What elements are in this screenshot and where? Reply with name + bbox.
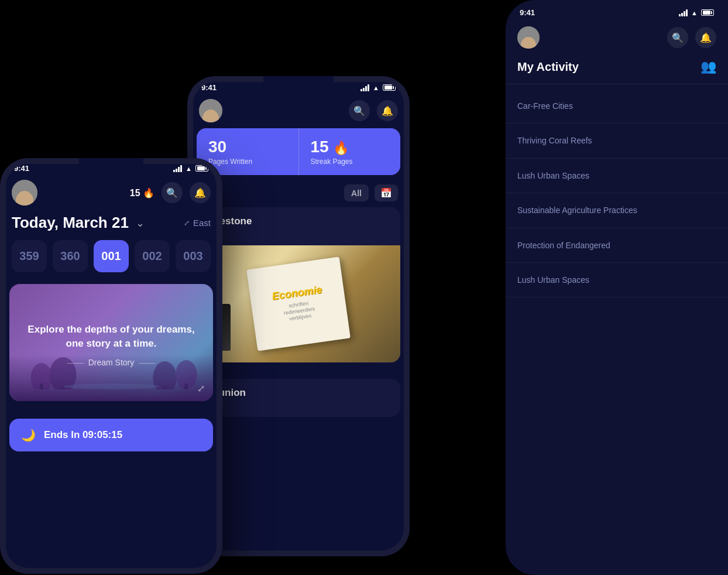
phone1-dream-banner[interactable]: Explore the depths of your dreams, one s… (9, 284, 213, 401)
phone3-time: 9:41 (520, 8, 535, 17)
phone2-streak: 15 🔥 Streak Pages (299, 128, 401, 175)
streak-count: 15 🔥 (311, 138, 389, 156)
phone1-pages-row: 359 360 001 002 003 (0, 240, 222, 284)
phone2-header: 🔍 🔔 (187, 94, 410, 128)
pages-written-label: Pages Written (208, 158, 287, 166)
svg-point-8 (63, 384, 160, 389)
wifi-icon: ▲ (691, 9, 698, 16)
streak-label: Streak Pages (311, 158, 389, 166)
phone1: 9:41 ▲ 15 🔥 🔍 🔔 Today, March (0, 158, 222, 574)
notification-icon[interactable]: 🔔 (695, 27, 716, 48)
page-num-001[interactable]: 001 (94, 240, 129, 272)
svg-point-2 (153, 361, 176, 389)
calendar-icon[interactable]: 📅 (375, 184, 398, 201)
timer-text: Ends In 09:05:15 (44, 429, 122, 441)
phone2-time: 9:41 (201, 83, 217, 92)
phone1-timer-card: 🌙 Ends In 09:05:15 (9, 419, 213, 451)
battery-icon (195, 165, 208, 172)
list-item-text: Sustainable Agriculture Practices (517, 206, 637, 215)
phone3-avatar (517, 26, 540, 49)
phone3: 9:41 ▲ 🔍 🔔 My Activity 👥 (506, 0, 728, 575)
list-item-text: Lush Urban Spaces (517, 171, 589, 180)
reunion-title: Reunion (206, 387, 391, 399)
phone1-header: 15 🔥 🔍 🔔 (0, 175, 222, 209)
phone3-nav-title: My Activity (517, 60, 579, 74)
phone2-reunion-card[interactable]: Reunion 2024 (197, 379, 400, 417)
signal-bars-icon (173, 165, 182, 172)
phone1-avatar (12, 180, 37, 206)
phone3-statusbar: 9:41 ▲ (506, 0, 728, 22)
notebook-text: Economie (271, 284, 322, 303)
fire-icon: 🔥 (333, 141, 349, 155)
phone1-date-left: Today, March 21 ⌄ (12, 214, 145, 232)
phone2-stats-card: 30 Pages Written 15 🔥 Streak Pages (197, 128, 400, 175)
search-icon[interactable]: 🔍 (667, 27, 688, 48)
signal-bars-icon (679, 9, 688, 16)
phone2-milestone-card[interactable]: Milestone 2024 Economie schriftenredenee… (197, 207, 400, 362)
list-item[interactable]: Lush Urban Spaces (506, 263, 728, 297)
phone1-date-row: Today, March 21 ⌄ ⤢ East (0, 209, 222, 240)
page-num-359[interactable]: 359 (12, 240, 47, 272)
chevron-down-icon[interactable]: ⌄ (136, 217, 145, 230)
reunion-subtitle: 2024 (206, 400, 391, 409)
phone1-location: ⤢ East (184, 218, 211, 228)
battery-icon (701, 9, 714, 16)
phone3-header-icons: 🔍 🔔 (667, 27, 716, 48)
phone1-notch (79, 158, 143, 176)
battery-icon (383, 84, 396, 91)
notification-icon[interactable]: 🔔 (377, 100, 398, 121)
phone3-header: 🔍 🔔 (506, 22, 728, 56)
location-text: East (193, 218, 211, 228)
streak-badge: 15 🔥 (130, 187, 154, 198)
list-item-text: Protection of Endangered (517, 241, 610, 250)
page-num-002[interactable]: 002 (135, 240, 170, 272)
page-num-360[interactable]: 360 (53, 240, 88, 272)
phone1-status-icons: ▲ (173, 165, 208, 172)
list-item-text: Thriving Coral Reefs (517, 136, 592, 145)
phone2-notch (263, 76, 334, 95)
list-item[interactable]: Car-Free Cities (506, 89, 728, 124)
phone2-avatar (199, 99, 222, 122)
signal-bars-icon (360, 84, 369, 91)
phone3-nav: My Activity 👥 (506, 56, 728, 84)
phone2-header-icons: 🔍 🔔 (349, 100, 398, 121)
phone3-list: Car-Free Cities Thriving Coral Reefs Lus… (506, 84, 728, 302)
list-item[interactable]: Thriving Coral Reefs (506, 124, 728, 158)
notebook-visual: Economie schriftenredeneerdersverblijven (246, 257, 351, 351)
phone1-date-text: Today, March 21 (12, 214, 129, 232)
banner-label: Dream Story (67, 358, 156, 367)
banner-text: Explore the depths of your dreams, one s… (23, 323, 199, 351)
banner-trees-svg (9, 348, 213, 389)
notification-icon[interactable]: 🔔 (190, 182, 211, 203)
expand-icon: ⤢ (184, 219, 190, 227)
list-item[interactable]: Lush Urban Spaces (506, 159, 728, 193)
milestone-subtitle: 2024 (197, 232, 400, 245)
svg-rect-7 (184, 384, 187, 389)
svg-rect-4 (40, 384, 43, 389)
svg-rect-6 (163, 386, 166, 389)
phone3-nav-right: 👥 (700, 59, 716, 74)
phone2-status-icons: ▲ (360, 84, 396, 91)
person-icon[interactable]: 👥 (700, 59, 716, 74)
wifi-icon: ▲ (186, 165, 192, 172)
list-item[interactable]: Sustainable Agriculture Practices (506, 193, 728, 228)
list-item-text: Car-Free Cities (517, 101, 573, 111)
milestone-image: Economie schriftenredeneerdersverblijven (197, 245, 400, 362)
moon-icon: 🌙 (21, 428, 36, 442)
pages-written-count: 30 (208, 138, 287, 156)
search-icon[interactable]: 🔍 (162, 182, 183, 203)
list-item[interactable]: Protection of Endangered (506, 228, 728, 263)
filter-all-button[interactable]: All (344, 184, 369, 201)
fullscreen-icon[interactable]: ⤢ (197, 383, 205, 394)
phone1-time: 9:41 (14, 164, 29, 173)
milestone-title: Milestone (197, 207, 400, 232)
search-icon[interactable]: 🔍 (349, 100, 370, 121)
phone3-status-icons: ▲ (679, 9, 714, 16)
page-num-003[interactable]: 003 (176, 240, 211, 272)
phone1-header-right: 15 🔥 🔍 🔔 (130, 182, 211, 203)
list-item-text: Lush Urban Spaces (517, 275, 589, 285)
wifi-icon: ▲ (373, 84, 379, 91)
